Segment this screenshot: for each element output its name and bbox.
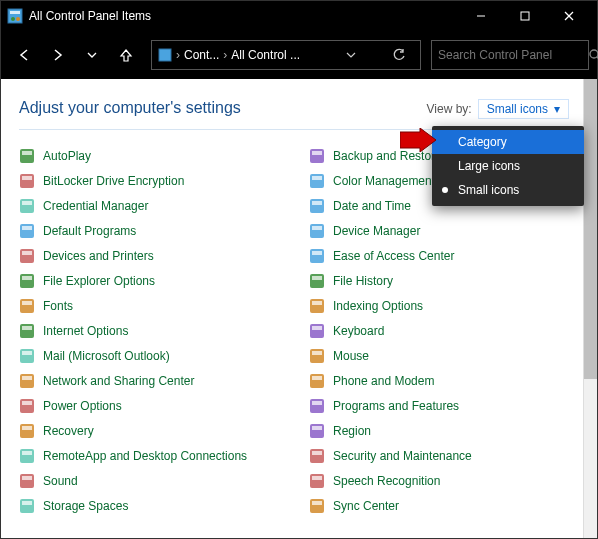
applet-label: Power Options bbox=[43, 399, 122, 413]
control-panel-item[interactable]: Indexing Options bbox=[309, 298, 569, 314]
svg-rect-16 bbox=[22, 201, 32, 205]
applet-label: Security and Maintenance bbox=[333, 449, 472, 463]
viewby-option-large-icons[interactable]: Large icons bbox=[432, 154, 584, 178]
back-button[interactable] bbox=[9, 40, 39, 70]
applet-label: Mouse bbox=[333, 349, 369, 363]
svg-rect-60 bbox=[312, 376, 322, 380]
control-panel-item[interactable]: File Explorer Options bbox=[19, 273, 279, 289]
applet-icon bbox=[19, 273, 35, 289]
svg-rect-22 bbox=[22, 276, 32, 280]
control-panel-item[interactable]: AutoPlay bbox=[19, 148, 279, 164]
svg-rect-38 bbox=[22, 476, 32, 480]
applet-icon bbox=[309, 148, 325, 164]
control-panel-item[interactable]: Mail (Microsoft Outlook) bbox=[19, 348, 279, 364]
svg-rect-64 bbox=[312, 426, 322, 430]
applet-label: Sync Center bbox=[333, 499, 399, 513]
applet-label: Sound bbox=[43, 474, 78, 488]
search-icon[interactable] bbox=[588, 48, 598, 62]
scrollbar-thumb[interactable] bbox=[584, 79, 597, 379]
control-panel-item[interactable]: Network and Sharing Center bbox=[19, 373, 279, 389]
refresh-button[interactable] bbox=[384, 40, 414, 70]
search-input[interactable] bbox=[438, 48, 588, 62]
svg-rect-48 bbox=[312, 226, 322, 230]
applet-icon bbox=[19, 398, 35, 414]
control-panel-item[interactable]: BitLocker Drive Encryption bbox=[19, 173, 279, 189]
control-panel-item[interactable]: Credential Manager bbox=[19, 198, 279, 214]
address-bar[interactable]: › Cont... › All Control ... bbox=[151, 40, 421, 70]
control-panel-item[interactable]: File History bbox=[309, 273, 569, 289]
control-panel-item[interactable]: Storage Spaces bbox=[19, 498, 279, 514]
control-panel-item[interactable]: Security and Maintenance bbox=[309, 448, 569, 464]
svg-rect-14 bbox=[22, 176, 32, 180]
applet-icon bbox=[309, 173, 325, 189]
maximize-button[interactable] bbox=[503, 1, 547, 31]
vertical-scrollbar[interactable] bbox=[583, 79, 597, 538]
control-panel-item[interactable]: Programs and Features bbox=[309, 398, 569, 414]
view-by-popup: Category Large icons Small icons bbox=[432, 126, 584, 206]
applet-icon bbox=[19, 373, 35, 389]
applet-icon bbox=[309, 323, 325, 339]
svg-point-3 bbox=[16, 17, 20, 21]
control-panel-item[interactable]: Power Options bbox=[19, 398, 279, 414]
control-panel-item[interactable]: Speech Recognition bbox=[309, 473, 569, 489]
control-panel-item[interactable]: Keyboard bbox=[309, 323, 569, 339]
applet-label: Programs and Features bbox=[333, 399, 459, 413]
control-panel-item[interactable]: Phone and Modem bbox=[309, 373, 569, 389]
breadcrumb-segment[interactable]: Cont... bbox=[184, 48, 219, 62]
window-title: All Control Panel Items bbox=[29, 9, 151, 23]
red-arrow-annotation bbox=[400, 128, 438, 152]
applet-icon bbox=[309, 198, 325, 214]
control-panel-item[interactable]: RemoteApp and Desktop Connections bbox=[19, 448, 279, 464]
svg-rect-36 bbox=[22, 451, 32, 455]
applet-icon bbox=[309, 423, 325, 439]
chevron-down-icon[interactable] bbox=[344, 48, 358, 62]
applet-label: AutoPlay bbox=[43, 149, 91, 163]
search-box[interactable] bbox=[431, 40, 589, 70]
control-panel-item[interactable]: Device Manager bbox=[309, 223, 569, 239]
svg-rect-52 bbox=[312, 276, 322, 280]
applet-icon bbox=[309, 223, 325, 239]
svg-rect-56 bbox=[312, 326, 322, 330]
applet-label: Storage Spaces bbox=[43, 499, 128, 513]
view-by-label: View by: bbox=[427, 102, 472, 116]
forward-button[interactable] bbox=[43, 40, 73, 70]
view-by-dropdown[interactable]: Small icons ▾ bbox=[478, 99, 569, 119]
control-panel-item[interactable]: Sound bbox=[19, 473, 279, 489]
recent-locations-button[interactable] bbox=[77, 40, 107, 70]
svg-rect-20 bbox=[22, 251, 32, 255]
control-panel-item[interactable]: Internet Options bbox=[19, 323, 279, 339]
close-button[interactable] bbox=[547, 1, 591, 31]
svg-point-2 bbox=[11, 17, 15, 21]
applet-icon bbox=[19, 298, 35, 314]
control-panel-item[interactable]: Sync Center bbox=[309, 498, 569, 514]
svg-rect-50 bbox=[312, 251, 322, 255]
svg-rect-1 bbox=[10, 11, 20, 14]
control-panel-item[interactable]: Recovery bbox=[19, 423, 279, 439]
svg-rect-46 bbox=[312, 201, 322, 205]
svg-point-9 bbox=[590, 50, 598, 58]
applet-label: File Explorer Options bbox=[43, 274, 155, 288]
viewby-option-category[interactable]: Category bbox=[432, 130, 584, 154]
applet-label: Recovery bbox=[43, 424, 94, 438]
control-panel-item[interactable]: Ease of Access Center bbox=[309, 248, 569, 264]
applet-icon bbox=[19, 423, 35, 439]
applet-label: Speech Recognition bbox=[333, 474, 440, 488]
viewby-option-small-icons[interactable]: Small icons bbox=[432, 178, 584, 202]
breadcrumb-segment[interactable]: All Control ... bbox=[231, 48, 300, 62]
option-label: Small icons bbox=[458, 183, 519, 197]
view-by-current: Small icons bbox=[487, 102, 548, 116]
applet-icon bbox=[19, 223, 35, 239]
svg-rect-68 bbox=[312, 476, 322, 480]
control-panel-item[interactable]: Fonts bbox=[19, 298, 279, 314]
applet-label: Date and Time bbox=[333, 199, 411, 213]
control-panel-item[interactable]: Default Programs bbox=[19, 223, 279, 239]
control-panel-item[interactable]: Devices and Printers bbox=[19, 248, 279, 264]
control-panel-item[interactable]: Mouse bbox=[309, 348, 569, 364]
svg-rect-62 bbox=[312, 401, 322, 405]
up-button[interactable] bbox=[111, 40, 141, 70]
applet-icon bbox=[309, 298, 325, 314]
minimize-button[interactable] bbox=[459, 1, 503, 31]
control-panel-item[interactable]: Region bbox=[309, 423, 569, 439]
option-label: Large icons bbox=[458, 159, 520, 173]
applet-label: Mail (Microsoft Outlook) bbox=[43, 349, 170, 363]
